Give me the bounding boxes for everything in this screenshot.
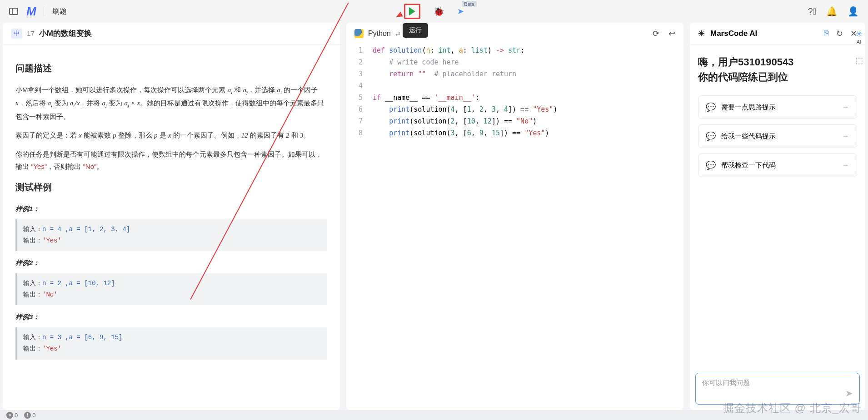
panel-toggle-icon[interactable]: [9, 8, 18, 15]
code-editor[interactable]: 1 2 3 4 5 6 7 8 def solution(n: int, a: …: [346, 44, 683, 139]
ai-input[interactable]: [702, 379, 845, 386]
problem-number: 17: [27, 30, 35, 37]
chat-icon: 💬: [706, 131, 716, 141]
ai-title: MarsCode AI: [710, 29, 757, 38]
problem-panel: 中 17 小M的数组变换 问题描述 小M拿到一个数组，她可以进行多次操作，每次操…: [3, 23, 340, 410]
sample1-label: 样例1：: [15, 203, 327, 215]
avatar-icon[interactable]: 👤: [848, 6, 859, 17]
ai-panel: ✳ MarsCode AI ⎘ ↻ ✕ 嗨，用户5310190543 你的代码陪…: [690, 23, 865, 410]
sample1-block: 输入：n = 4 ,a = [1, 2, 3, 4] 输出：'Yes': [15, 219, 327, 251]
chat-icon: 💬: [706, 102, 716, 112]
desc-heading: 问题描述: [15, 60, 327, 76]
ai-input-wrap[interactable]: ➤: [695, 373, 860, 405]
arrow-right-icon: →: [842, 132, 849, 140]
help-icon[interactable]: ?⃝: [808, 6, 816, 17]
desc-p1: 小M拿到一个数组，她可以进行多次操作，每次操作可以选择两个元素 ai 和 aj，…: [15, 84, 327, 123]
beta-badge: Beta: [462, 1, 477, 7]
chevron-down-icon[interactable]: ⇄: [395, 30, 400, 37]
new-chat-icon[interactable]: ⎘: [824, 29, 829, 38]
desc-p2: 素因子的定义是：若 x 能被素数 p 整除，那么 p 是 x 的一个素因子。例如…: [15, 129, 327, 142]
send-icon: ➤: [457, 7, 464, 16]
sample3-block: 输入：n = 3 ,a = [6, 9, 15] 输出：'Yes': [15, 327, 327, 359]
status-bar: ✕0 !0: [0, 410, 868, 420]
history-icon[interactable]: ↻: [836, 29, 843, 39]
code-panel: Python ⇄ ⟳ ↩ 1 2 3 4 5 6 7 8 def solutio…: [346, 23, 683, 410]
desc-p3: 你的任务是判断是否有可能通过有限次操作，使数组中的每个元素最多只包含一种素因子。…: [15, 148, 327, 173]
nav-practice[interactable]: 刷题: [44, 7, 67, 16]
suggestion-review[interactable]: 💬 帮我检查一下代码 →: [698, 153, 857, 177]
sample2-label: 样例2：: [15, 257, 327, 269]
sample2-block: 输入：n = 2 ,a = [10, 12] 输出：'No': [15, 273, 327, 305]
suggestion-code[interactable]: 💬 给我一些代码提示 →: [698, 124, 857, 148]
submit-button[interactable]: ➤ Beta: [457, 6, 464, 16]
problem-title: 小M的数组变换: [39, 28, 92, 39]
logo[interactable]: M: [26, 5, 35, 19]
sample3-label: 样例3：: [15, 311, 327, 323]
gutter: 1 2 3 4 5 6 7 8: [346, 44, 369, 139]
run-tooltip: 运行: [403, 23, 428, 38]
arrow-right-icon: →: [842, 103, 849, 111]
bell-icon[interactable]: 🔔: [826, 6, 838, 17]
ai-logo-icon: ✳: [698, 29, 705, 39]
rail-ai-button[interactable]: ✳ AI: [856, 29, 863, 44]
debug-icon[interactable]: 🐞: [433, 6, 444, 17]
wrap-icon[interactable]: ↩: [668, 29, 675, 39]
play-icon: [409, 7, 415, 15]
warnings-count[interactable]: !0: [24, 412, 35, 419]
refresh-icon[interactable]: ⟳: [653, 29, 659, 39]
arrow-right-icon: →: [842, 161, 849, 169]
ai-greeting: 嗨，用户5310190543 你的代码陪练已到位: [698, 54, 857, 84]
difficulty-badge: 中: [11, 29, 22, 39]
send-icon[interactable]: ➤: [845, 388, 853, 399]
rail-tool-icon[interactable]: ⬚: [855, 55, 863, 65]
python-icon: [354, 29, 364, 38]
suggestion-hint[interactable]: 💬 需要一点思路提示 →: [698, 95, 857, 119]
code-lines[interactable]: def solution(n: int, a: list) -> str: # …: [369, 44, 683, 139]
language-select[interactable]: Python: [368, 30, 391, 38]
chat-icon: 💬: [706, 160, 716, 170]
run-button[interactable]: 运行: [404, 4, 420, 19]
test-heading: 测试样例: [15, 179, 327, 195]
errors-count[interactable]: ✕0: [6, 412, 18, 419]
